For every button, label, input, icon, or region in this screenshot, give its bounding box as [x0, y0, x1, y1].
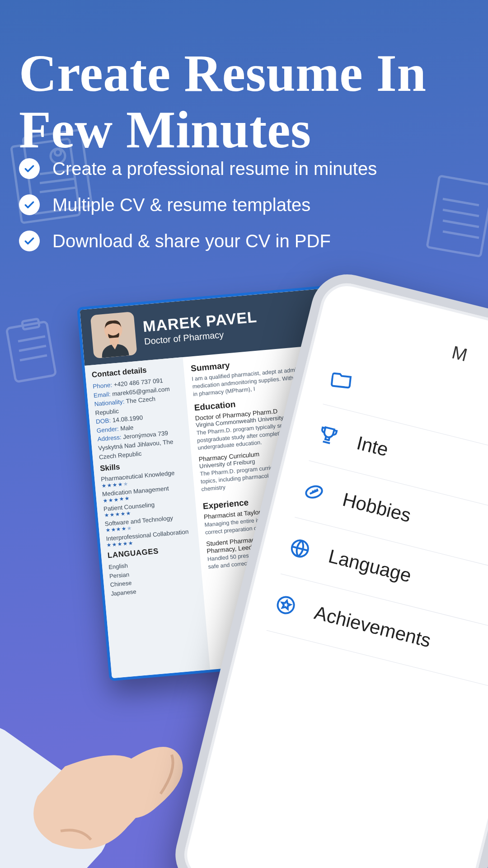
phone-menu-label: Hobbies	[340, 489, 413, 527]
trophy-icon	[313, 420, 343, 451]
check-icon	[19, 194, 40, 215]
feature-text: Download & share your CV in PDF	[52, 231, 331, 251]
feature-bullet: Multiple CV & resume templates	[19, 194, 470, 215]
phone-menu: InteHobbiesLanguageAchievements	[267, 348, 488, 691]
svg-line-14	[18, 336, 45, 341]
svg-rect-18	[109, 337, 119, 344]
dob-value: 14.08.1990	[112, 414, 143, 424]
promo-page: Create Resume In Few Minutes Create a pr…	[0, 0, 488, 868]
folder-icon	[327, 363, 358, 394]
nationality-label: Nationality:	[94, 398, 125, 408]
svg-line-15	[19, 346, 46, 351]
globe-icon	[285, 533, 315, 564]
check-icon	[19, 231, 40, 251]
feature-bullet: Download & share your CV in PDF	[19, 231, 470, 251]
feature-text: Create a professional resume in minutes	[52, 159, 377, 179]
dob-label: DOB:	[96, 417, 111, 425]
phone-menu-label: Achievements	[312, 602, 433, 651]
phone-menu-label: Language	[326, 545, 413, 587]
star-icon	[271, 590, 301, 621]
gender-value: Male	[120, 424, 134, 432]
phone-label: Phone:	[93, 382, 113, 390]
address-label: Address:	[97, 434, 122, 443]
check-icon	[19, 158, 40, 179]
avatar	[90, 311, 137, 359]
bg-clipboard-icon	[5, 316, 59, 384]
gender-label: Gender:	[96, 425, 119, 434]
svg-rect-12	[6, 321, 56, 382]
feature-bullet: Create a professional resume in minutes	[19, 158, 470, 179]
svg-point-21	[276, 595, 296, 615]
football-icon	[299, 476, 329, 507]
headline: Create Resume In Few Minutes	[19, 45, 474, 159]
email-label: Email:	[93, 391, 111, 399]
svg-line-16	[20, 355, 47, 360]
feature-bullets: Create a professional resume in minutes …	[19, 158, 470, 251]
feature-text: Multiple CV & resume templates	[52, 195, 310, 215]
phone-menu-label: Inte	[354, 432, 390, 461]
